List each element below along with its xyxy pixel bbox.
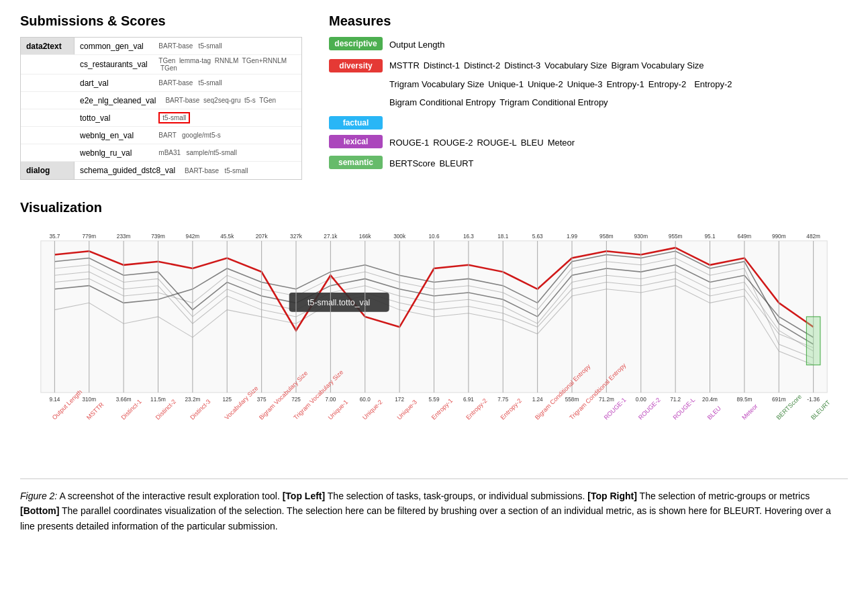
metric-rouge2[interactable]: ROUGE-2 (433, 135, 473, 150)
metrics-lexical: ROUGE-1 ROUGE-2 ROUGE-L BLEU Meteor (389, 135, 575, 150)
svg-text:739m: 739m (151, 234, 165, 240)
submission-models: mBA31 sample/nt5-small (154, 147, 301, 158)
svg-text:-1.36: -1.36 (807, 397, 820, 403)
badge-diversity[interactable]: diversity (329, 59, 383, 72)
metric-distinct1[interactable]: Distinct-1 (424, 58, 460, 73)
metric-trigram-cond-entropy[interactable]: Trigram Conditional Entropy (499, 95, 608, 110)
svg-text:71.2m: 71.2m (599, 397, 614, 403)
metric-rouge1[interactable]: ROUGE-1 (389, 135, 429, 150)
metric-bleu[interactable]: BLEU (521, 135, 544, 150)
task-group-dialog: dialog (21, 162, 75, 179)
metric-unique3[interactable]: Unique-3 (567, 77, 603, 92)
visualization-title: Visualization (20, 200, 848, 215)
metric-distinct3[interactable]: Distinct-3 (504, 58, 540, 73)
figure-label: Figure 2: (20, 491, 57, 501)
top-section: Submissions & Scores data2text common_ge… (20, 13, 848, 180)
metric-bigram-vocab[interactable]: Bigram Vocabulary Size (612, 58, 704, 73)
svg-text:300k: 300k (393, 234, 406, 240)
svg-text:482m: 482m (806, 234, 820, 240)
measures-title: Measures (329, 13, 848, 29)
metric-bigram-cond-entropy[interactable]: Bigram Conditional Entropy (389, 95, 495, 110)
submission-models: BART-base t5-small (181, 165, 301, 176)
table-row: data2text common_gen_val BART-base t5-sm… (21, 38, 301, 55)
badge-factual[interactable]: factual (329, 116, 383, 130)
svg-text:7.75: 7.75 (497, 397, 508, 403)
svg-text:18.1: 18.1 (497, 234, 508, 240)
svg-text:10.6: 10.6 (429, 234, 440, 240)
axis-label-meteor: Meteor (740, 403, 759, 421)
svg-text:3.66m: 3.66m (116, 397, 132, 403)
svg-text:95.1: 95.1 (705, 234, 716, 240)
metric-trigram-vocab[interactable]: Trigram Vocabulary Size (389, 77, 484, 92)
metric-rougel[interactable]: ROUGE-L (477, 135, 516, 150)
svg-text:89.5m: 89.5m (736, 397, 752, 403)
metric-meteor[interactable]: Meteor (548, 135, 575, 150)
metric-msttr[interactable]: MSTTR (389, 58, 420, 73)
svg-text:6.91: 6.91 (463, 397, 474, 403)
svg-rect-25 (806, 317, 820, 365)
submissions-table: data2text common_gen_val BART-base t5-sm… (20, 37, 302, 180)
table-row: totto_val t5-small (21, 109, 301, 127)
figure-caption: Figure 2: A screenshot of the interactiv… (20, 478, 848, 534)
submission-models: BART-base seq2seq-gru t5-s TGen (161, 95, 301, 106)
submission-name[interactable]: totto_val (75, 111, 154, 125)
svg-text:125: 125 (222, 397, 232, 403)
caption-top-left-bold: [Top Left] (283, 491, 326, 501)
parallel-coords-container[interactable]: .axis-line { stroke: #aaa; stroke-width:… (20, 223, 848, 465)
submissions-panel: Submissions & Scores data2text common_ge… (20, 13, 302, 180)
svg-text:990m: 990m (772, 234, 786, 240)
submission-name[interactable]: cs_restaurants_val (75, 58, 154, 71)
metric-entropy1[interactable]: Entropy-1 (606, 77, 644, 92)
submission-name[interactable]: webnlg_ru_val (75, 146, 154, 160)
metric-vocab-size[interactable]: Vocabulary Size (544, 58, 607, 73)
caption-top-right-bold: [Top Right] (587, 491, 637, 501)
svg-text:9.14: 9.14 (49, 397, 60, 403)
tooltip-text: t5-small.totto_val (307, 298, 370, 307)
metric-entropy2[interactable]: Entropy-2 (648, 77, 686, 92)
metric-distinct2[interactable]: Distinct-2 (464, 58, 500, 73)
measure-row-diversity: diversity MSTTR Distinct-1 Distinct-2 Di… (329, 58, 848, 110)
submission-models: TGen lemma-tag RNNLM TGen+RNNLM TGen (154, 55, 301, 74)
submission-name[interactable]: common_gen_val (75, 40, 154, 53)
metric-unique1[interactable]: Unique-1 (488, 77, 524, 92)
svg-text:958m: 958m (599, 234, 614, 240)
table-row: dart_val BART-base t5-small (21, 74, 301, 92)
task-group-data2text: data2text (21, 38, 75, 54)
submission-name[interactable]: dart_val (75, 77, 154, 90)
metrics-descriptive: Output Length (389, 37, 444, 52)
measure-row-semantic: semantic BERTScore BLEURT (329, 156, 848, 171)
svg-text:11.5m: 11.5m (150, 397, 166, 403)
axis-label-msttr: MSTTR (85, 401, 105, 421)
metric-output-length[interactable]: Output Length (389, 37, 444, 52)
metric-unique2[interactable]: Unique-2 (528, 77, 563, 92)
metric-bertscore[interactable]: BERTScore (389, 156, 435, 171)
axis-label-output-length: Output Length (51, 389, 83, 421)
table-row: webnlg_en_val BART google/mt5-s (21, 127, 301, 144)
svg-text:779m: 779m (82, 234, 96, 240)
badge-semantic[interactable]: semantic (329, 156, 383, 169)
svg-text:45.5k: 45.5k (220, 234, 234, 240)
svg-text:207k: 207k (256, 234, 269, 240)
svg-text:27.1k: 27.1k (324, 234, 338, 240)
caption-intro: A screenshot of the interactive result e… (59, 491, 282, 501)
svg-text:5.63: 5.63 (532, 234, 543, 240)
metric-bleurt[interactable]: BLEURT (439, 156, 473, 171)
measure-row-lexical: lexical ROUGE-1 ROUGE-2 ROUGE-L BLEU Met… (329, 135, 848, 150)
metric-entropy2b[interactable]: Entropy-2 (694, 77, 732, 92)
badge-descriptive[interactable]: descriptive (329, 37, 383, 50)
table-row: dialog schema_guided_dstc8_val BART-base… (21, 162, 301, 179)
metrics-semantic: BERTScore BLEURT (389, 156, 473, 171)
table-row: e2e_nlg_cleaned_val BART-base seq2seq-gr… (21, 92, 301, 109)
measure-row-factual: factual (329, 116, 848, 130)
svg-text:930m: 930m (634, 234, 648, 240)
svg-text:649m: 649m (738, 234, 752, 240)
submission-name[interactable]: e2e_nlg_cleaned_val (75, 94, 161, 107)
caption-bottom-text: The parallel coordinates visualization o… (20, 505, 831, 531)
submission-name[interactable]: schema_guided_dstc8_val (75, 164, 181, 177)
svg-text:233m: 233m (117, 234, 131, 240)
submission-models: t5-small (154, 110, 301, 125)
caption-bottom-bold: [Bottom] (20, 505, 59, 516)
svg-text:725: 725 (291, 397, 301, 403)
submission-name[interactable]: webnlg_en_val (75, 129, 154, 142)
badge-lexical[interactable]: lexical (329, 135, 383, 148)
